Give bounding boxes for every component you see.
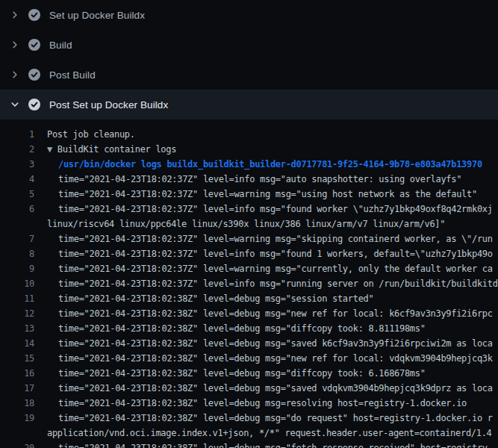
log-text: time="2021-04-23T18:02:38Z" level=debug … — [34, 366, 426, 381]
triangle-down-icon: ▼ — [47, 144, 57, 155]
log-line-continuation: linux/riscv64 linux/ppc64le linux/s390x … — [0, 217, 498, 231]
log-line: 14time="2021-04-23T18:02:38Z" level=debu… — [0, 336, 498, 351]
log-line-continuation: application/vnd.oci.image.index.v1+json,… — [0, 426, 498, 441]
line-number[interactable]: 12 — [0, 306, 34, 321]
line-number[interactable]: 11 — [0, 291, 34, 306]
log-line: 1Post job cleanup. — [0, 127, 498, 142]
command-text: /usr/bin/docker logs buildx_buildkit_bui… — [34, 157, 482, 172]
section-header-build[interactable]: Build — [0, 30, 498, 60]
log-line: 6time="2021-04-23T18:02:37Z" level=info … — [0, 202, 498, 217]
log-text: time="2021-04-23T18:02:37Z" level=info m… — [34, 172, 461, 187]
section-label: Set up Docker Buildx — [49, 10, 145, 21]
log-text: time="2021-04-23T18:02:37Z" level=warnin… — [34, 261, 493, 276]
log-line: 4time="2021-04-23T18:02:37Z" level=info … — [0, 172, 498, 187]
line-number[interactable]: 15 — [0, 351, 34, 366]
log-line: 13time="2021-04-23T18:02:38Z" level=debu… — [0, 321, 498, 336]
log-line: 12time="2021-04-23T18:02:38Z" level=debu… — [0, 306, 498, 321]
log-line: 5time="2021-04-23T18:02:37Z" level=warni… — [0, 187, 498, 202]
line-number[interactable]: 7 — [0, 231, 34, 246]
log-text: time="2021-04-23T18:02:38Z" level=debug … — [34, 321, 426, 336]
line-number[interactable]: 20 — [0, 441, 34, 448]
section-label: Post Set up Docker Buildx — [49, 99, 168, 111]
log-line: 16time="2021-04-23T18:02:38Z" level=debu… — [0, 366, 498, 381]
line-number[interactable]: 17 — [0, 381, 34, 396]
line-number — [0, 217, 34, 231]
line-number[interactable]: 16 — [0, 366, 34, 381]
line-number[interactable]: 3 — [0, 157, 34, 172]
log-line: 8time="2021-04-23T18:02:37Z" level=info … — [0, 246, 498, 261]
log-line: 20time="2021-04-23T18:02:38Z" level=debu… — [0, 441, 498, 448]
line-number[interactable]: 8 — [0, 246, 34, 261]
log-viewer: 1Post job cleanup.2▼ BuildKit container … — [0, 119, 498, 448]
line-number[interactable]: 4 — [0, 172, 34, 187]
log-text: time="2021-04-23T18:02:38Z" level=debug … — [34, 396, 467, 411]
line-number[interactable]: 19 — [0, 411, 34, 426]
log-line: 9time="2021-04-23T18:02:37Z" level=warni… — [0, 261, 498, 276]
line-number[interactable]: 14 — [0, 336, 34, 351]
log-text: time="2021-04-23T18:02:38Z" level=debug … — [34, 381, 493, 396]
log-group-line: 2▼ BuildKit container logs — [0, 142, 498, 157]
line-number[interactable]: 13 — [0, 321, 34, 336]
chevron-right-icon — [10, 10, 19, 19]
check-circle-icon — [28, 39, 40, 51]
log-text: time="2021-04-23T18:02:38Z" level=debug … — [34, 411, 493, 426]
chevron-right-icon — [10, 40, 19, 49]
log-text: time="2021-04-23T18:02:37Z" level=warnin… — [34, 187, 477, 202]
line-number[interactable]: 2 — [0, 142, 34, 157]
check-circle-icon — [28, 69, 40, 81]
steps-list: Set up Docker BuildxBuildPost BuildPost … — [0, 0, 498, 119]
log-group-toggle[interactable]: ▼ BuildKit container logs — [34, 142, 176, 157]
log-text: time="2021-04-23T18:02:38Z" level=debug … — [34, 351, 493, 366]
check-circle-icon — [28, 99, 40, 111]
line-number[interactable]: 10 — [0, 276, 34, 291]
log-text: linux/riscv64 linux/ppc64le linux/s390x … — [34, 217, 445, 231]
log-line: 10time="2021-04-23T18:02:37Z" level=info… — [0, 276, 498, 291]
section-header-set-up-docker-buildx[interactable]: Set up Docker Buildx — [0, 0, 498, 30]
chevron-down-icon — [10, 100, 19, 109]
line-number[interactable]: 1 — [0, 127, 34, 142]
log-line: 17time="2021-04-23T18:02:38Z" level=debu… — [0, 381, 498, 396]
chevron-right-icon — [10, 70, 19, 79]
section-header-post-build[interactable]: Post Build — [0, 60, 498, 90]
line-number[interactable]: 5 — [0, 187, 34, 202]
line-number[interactable]: 18 — [0, 396, 34, 411]
log-text: application/vnd.oci.image.index.v1+json,… — [34, 426, 492, 441]
log-text: time="2021-04-23T18:02:38Z" level=debug … — [34, 291, 373, 306]
log-line: 19time="2021-04-23T18:02:38Z" level=debu… — [0, 411, 498, 426]
section-label: Post Build — [49, 69, 96, 81]
log-text: time="2021-04-23T18:02:37Z" level=info m… — [34, 276, 498, 291]
log-line: 3/usr/bin/docker logs buildx_buildkit_bu… — [0, 157, 498, 172]
log-text: time="2021-04-23T18:02:38Z" level=debug … — [34, 306, 493, 321]
log-text: BuildKit container logs — [57, 144, 176, 155]
log-text: time="2021-04-23T18:02:38Z" level=debug … — [34, 441, 493, 448]
line-number[interactable]: 9 — [0, 261, 34, 276]
log-text: time="2021-04-23T18:02:37Z" level=info m… — [34, 246, 493, 261]
line-number[interactable]: 6 — [0, 202, 34, 217]
log-text: Post job cleanup. — [34, 127, 135, 142]
check-circle-icon — [28, 9, 40, 21]
log-line: 18time="2021-04-23T18:02:38Z" level=debu… — [0, 396, 498, 411]
log-text: time="2021-04-23T18:02:38Z" level=debug … — [34, 336, 493, 351]
section-label: Build — [49, 40, 72, 51]
log-text: time="2021-04-23T18:02:37Z" level=info m… — [34, 202, 493, 217]
log-text: time="2021-04-23T18:02:37Z" level=warnin… — [34, 231, 493, 246]
section-header-post-set-up-docker-buildx[interactable]: Post Set up Docker Buildx — [0, 90, 498, 119]
log-line: 11time="2021-04-23T18:02:38Z" level=debu… — [0, 291, 498, 306]
log-line: 7time="2021-04-23T18:02:37Z" level=warni… — [0, 231, 498, 246]
line-number — [0, 426, 34, 441]
log-line: 15time="2021-04-23T18:02:38Z" level=debu… — [0, 351, 498, 366]
